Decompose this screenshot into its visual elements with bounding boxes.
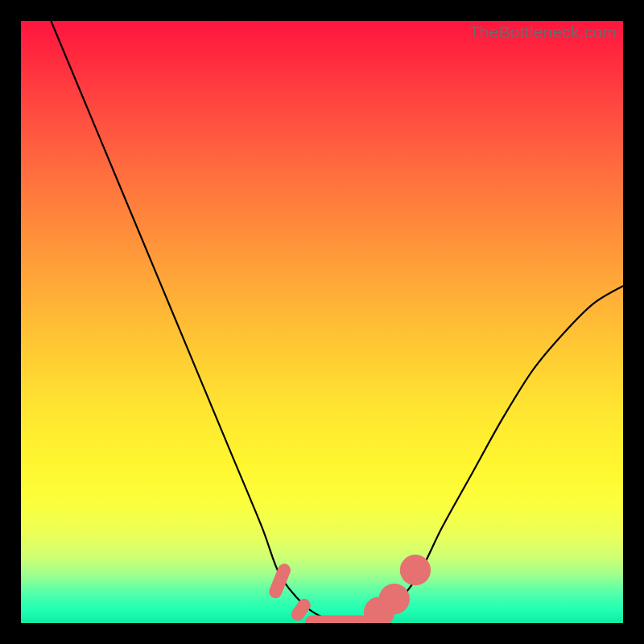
marker-dot — [379, 584, 410, 614]
chart-frame: TheBottleneck.com — [0, 0, 644, 644]
curve-markers — [267, 555, 431, 623]
marker-capsule — [305, 616, 369, 623]
marker-dot — [400, 555, 431, 585]
plot-area: TheBottleneck.com — [21, 21, 623, 623]
bottleneck-curve — [51, 21, 623, 623]
curve-layer — [21, 21, 623, 623]
watermark-text: TheBottleneck.com — [469, 23, 617, 42]
marker-capsule — [267, 562, 293, 601]
